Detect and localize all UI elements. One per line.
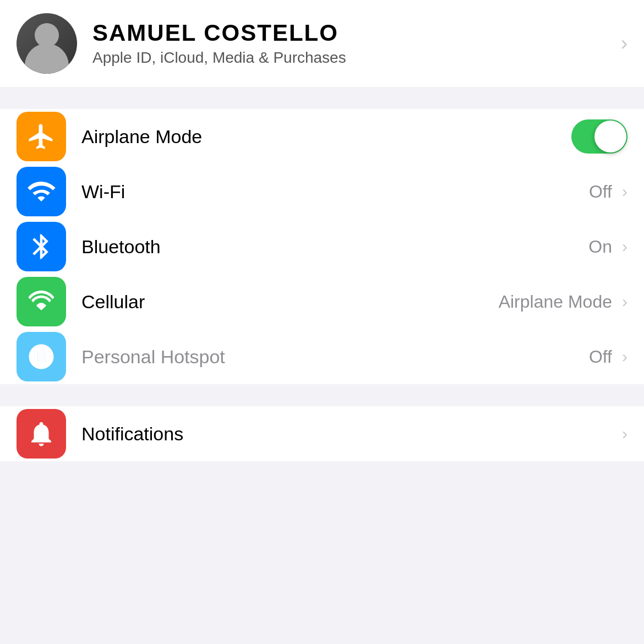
- personal-hotspot-label: Personal Hotspot: [81, 346, 589, 368]
- airplane-mode-toggle[interactable]: [571, 119, 627, 154]
- profile-section[interactable]: SAMUEL COSTELLO Apple ID, iCloud, Media …: [0, 0, 644, 87]
- cellular-label: Cellular: [81, 291, 499, 313]
- notifications-label: Notifications: [81, 423, 619, 445]
- wifi-value: Off: [589, 182, 612, 202]
- cellular-icon: [26, 287, 56, 316]
- personal-hotspot-row[interactable]: Personal Hotspot Off ›: [0, 329, 644, 384]
- airplane-mode-label: Airplane Mode: [81, 126, 571, 148]
- svg-point-0: [37, 353, 45, 361]
- avatar: [17, 13, 77, 74]
- wifi-row[interactable]: Wi-Fi Off ›: [0, 164, 644, 219]
- wifi-chevron-icon: ›: [622, 182, 627, 201]
- bluetooth-value: On: [588, 237, 612, 257]
- wifi-label: Wi-Fi: [81, 181, 589, 203]
- hotspot-icon-wrapper: [17, 332, 66, 381]
- profile-name: SAMUEL COSTELLO: [92, 20, 612, 46]
- notifications-icon-wrapper: [17, 409, 66, 459]
- bluetooth-icon-wrapper: [17, 222, 66, 271]
- hotspot-icon: [26, 342, 56, 372]
- cellular-value: Airplane Mode: [499, 292, 612, 312]
- airplane-mode-row[interactable]: Airplane Mode: [0, 109, 644, 164]
- profile-chevron-icon: ›: [621, 32, 627, 55]
- bluetooth-chevron-icon: ›: [622, 237, 627, 256]
- cellular-row[interactable]: Cellular Airplane Mode ›: [0, 274, 644, 329]
- section-gap-2: [0, 384, 644, 406]
- settings-group-1: Airplane Mode Wi-Fi Off › Bluetooth On ›: [0, 109, 644, 384]
- wifi-icon-wrapper: [17, 167, 66, 216]
- profile-subtitle: Apple ID, iCloud, Media & Purchases: [92, 49, 612, 67]
- airplane-icon: [26, 122, 56, 151]
- toggle-knob: [594, 121, 626, 152]
- cellular-chevron-icon: ›: [622, 292, 627, 311]
- personal-hotspot-chevron-icon: ›: [622, 347, 627, 366]
- notifications-icon: [26, 419, 56, 449]
- cellular-icon-wrapper: [17, 277, 66, 326]
- bluetooth-label: Bluetooth: [81, 236, 588, 258]
- bluetooth-row[interactable]: Bluetooth On ›: [0, 219, 644, 274]
- settings-group-2: Notifications ›: [0, 406, 644, 461]
- personal-hotspot-value: Off: [589, 347, 612, 367]
- profile-info: SAMUEL COSTELLO Apple ID, iCloud, Media …: [92, 20, 612, 67]
- airplane-mode-icon-wrapper: [17, 112, 66, 161]
- notifications-chevron-icon: ›: [622, 424, 627, 443]
- notifications-row[interactable]: Notifications ›: [0, 406, 644, 461]
- wifi-icon: [26, 177, 56, 206]
- bluetooth-icon: [26, 232, 56, 261]
- section-gap-1: [0, 87, 644, 109]
